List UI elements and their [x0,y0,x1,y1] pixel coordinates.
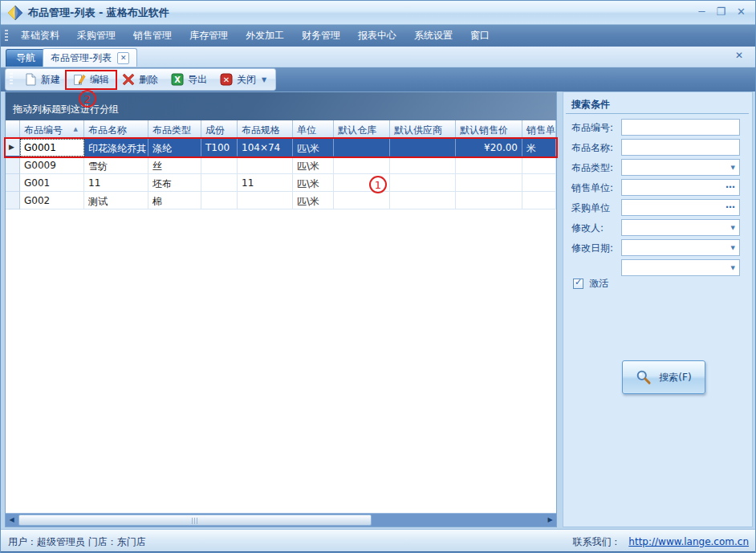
ellipsis-picker-icon[interactable]: … [726,199,736,210]
cell-r4-c9[interactable] [456,192,522,209]
menu-item-3[interactable]: 销售管理 [125,26,180,45]
menu-item-6[interactable]: 财务管理 [294,26,348,45]
cell-r2-c1[interactable]: G0009 [20,157,84,174]
chevron-down-icon[interactable]: ▼ [731,265,735,271]
cell-r4-c6[interactable]: 匹\米 [293,192,334,209]
cell-r1-c9[interactable]: ¥20.00 [456,139,522,157]
website-link[interactable]: http://www.lange.com.cn [628,536,749,547]
cell-r2-c7[interactable] [334,157,390,174]
scrollbar-grip[interactable] [192,518,198,524]
cell-r2-c5[interactable] [238,157,293,174]
menu-item-9[interactable]: 窗口 [462,26,498,45]
grid-header-2[interactable]: 布品名称 [84,120,148,139]
chevron-down-icon[interactable]: ▼ [731,225,735,231]
cell-r1-c1[interactable]: G0001 [20,139,84,157]
cell-r4-c1[interactable]: G002 [20,192,84,209]
search-field-input-4[interactable]: … [621,179,740,196]
grid-header-3[interactable]: 布品类型 [148,120,201,139]
search-field-input-6[interactable]: ▼ [621,219,740,236]
menu-item-1[interactable]: 基础资料 [13,26,67,45]
table-row[interactable]: G00111坯布11匹\米 [6,174,556,192]
scrollbar-thumb[interactable] [18,514,372,526]
cell-r1-c2[interactable]: 印花涤纶乔其 [84,139,148,157]
cell-r3-c6[interactable]: 匹\米 [293,174,334,192]
search-field-input-2[interactable] [621,139,740,156]
cell-r3-c9[interactable] [456,174,522,192]
cell-r1-c7[interactable] [334,139,390,157]
maximize-icon[interactable]: ❐ [716,5,726,19]
cell-r1-c6[interactable]: 匹\米 [293,139,334,157]
cell-r2-c9[interactable] [456,157,522,174]
cell-r3-c1[interactable]: G001 [20,174,84,192]
grid-header-6[interactable]: 单位 [293,120,334,139]
toolbar-close-button[interactable]: ✕关闭▼ [213,71,273,88]
toolbar-edit-button[interactable]: 编辑 [67,71,116,88]
cell-r3-c10[interactable] [522,174,556,192]
table-row[interactable]: G0009雪纺丝匹\米 [6,157,556,174]
cell-r4-c7[interactable] [334,192,390,209]
cell-r4-c2[interactable]: 测试 [84,192,148,209]
tabstrip-close-icon[interactable]: ✕ [735,50,743,61]
search-field-input-1[interactable] [621,119,740,136]
toolbar-grip-handle[interactable] [10,73,13,86]
close-icon[interactable]: ✕ [737,5,746,19]
search-field-input-7[interactable]: ▼ [621,239,740,256]
cell-r3-c8[interactable] [390,174,456,192]
grid-header-1[interactable]: 布品编号▲ [20,120,84,139]
menu-item-8[interactable]: 系统设置 [406,26,461,45]
cell-r3-c3[interactable]: 坯布 [148,174,201,192]
toolbar-export-button[interactable]: X导出 [165,71,213,88]
cell-r2-c10[interactable] [522,157,556,174]
table-row[interactable]: G002测试棉匹\米 [6,192,556,209]
toolbar-close-dropdown-icon[interactable]: ▼ [262,76,266,83]
active-checkbox[interactable]: ✓ [573,279,583,289]
cell-r1-c10[interactable]: 米 [522,139,556,157]
tab-navigation[interactable]: 导航 [6,49,46,67]
cell-r4-c10[interactable] [522,192,556,209]
cell-r1-c8[interactable] [390,139,456,157]
search-button[interactable]: 搜索(F) [622,360,705,394]
toolbar-new-button[interactable]: 新建 [18,71,67,88]
grid-header-8[interactable]: 默认供应商 [390,120,456,139]
menu-item-4[interactable]: 库存管理 [181,26,236,45]
cell-r1-c5[interactable]: 104×74 [238,139,293,157]
cell-r3-c2[interactable]: 11 [84,174,148,192]
menu-item-5[interactable]: 外发加工 [238,26,292,45]
grid-header-5[interactable]: 布品规格 [238,120,293,139]
grid-header-10[interactable]: 销售单位 [522,120,556,139]
cell-r1-c3[interactable]: 涤纶 [148,139,201,157]
grid-header-7[interactable]: 默认仓库 [334,120,390,139]
menu-item-7[interactable]: 报表中心 [350,26,404,45]
search-field-input-3[interactable]: ▼ [621,159,740,176]
cell-r4-c5[interactable] [238,192,293,209]
chevron-down-icon[interactable]: ▼ [731,245,735,251]
toolbar-delete-button[interactable]: 删除 [116,71,165,88]
scroll-left-icon[interactable]: ◀ [6,514,18,527]
table-row[interactable]: ▶G0001印花涤纶乔其涤纶T100104×74匹\米¥20.00米 [6,139,556,157]
menu-item-2[interactable]: 采购管理 [69,26,124,45]
cell-r2-c6[interactable]: 匹\米 [293,157,334,174]
cell-r4-c8[interactable] [390,192,456,209]
scroll-right-icon[interactable]: ▶ [544,514,556,527]
search-field-input-5[interactable]: … [621,199,740,216]
cell-r4-c3[interactable]: 棉 [148,192,201,209]
search-field-input-8[interactable]: ▼ [621,259,740,276]
cell-r3-c5[interactable]: 11 [238,174,293,192]
cell-r2-c8[interactable] [390,157,456,174]
horizontal-scrollbar[interactable]: ◀ ▶ [6,513,556,527]
tab-fabric-list[interactable]: 布品管理-列表 ✕ [43,48,137,67]
cell-r1-c4[interactable]: T100 [201,139,238,157]
cell-r2-c2[interactable]: 雪纺 [84,157,148,174]
cell-r4-c4[interactable] [201,192,238,209]
ellipsis-picker-icon[interactable]: … [726,179,736,190]
grid-header-4[interactable]: 成份 [201,120,238,139]
minimize-icon[interactable]: ─ [699,5,705,19]
menubar-grip-handle[interactable] [5,30,8,43]
cell-r2-c4[interactable] [201,157,238,174]
grid-header-9[interactable]: 默认销售价 [456,120,522,139]
tab-close-icon[interactable]: ✕ [117,52,129,64]
cell-r2-c3[interactable]: 丝 [148,157,201,174]
cell-r3-c4[interactable] [201,174,238,192]
chevron-down-icon[interactable]: ▼ [731,165,735,171]
grid-header-indicator[interactable] [6,120,20,139]
